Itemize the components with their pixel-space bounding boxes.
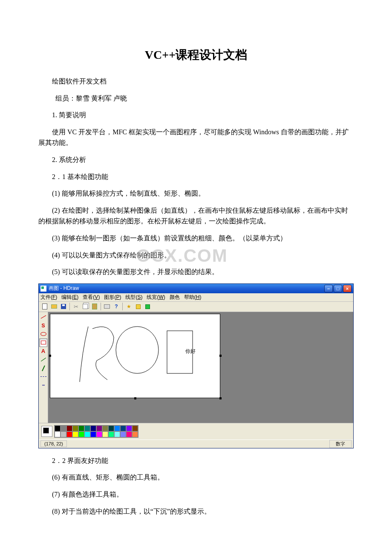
maximize-button[interactable]: □ [334,285,342,292]
body-text: (5) 可以读取保存的矢量图形文件，并显示绘图的结果。 [38,266,354,278]
copy-button[interactable] [81,302,89,311]
statusbar: (178, 22) 数字 [39,439,353,448]
menu-edit[interactable]: 编辑(E) [61,294,78,301]
cut-icon: ✂ [74,304,78,310]
open-button[interactable] [50,302,58,311]
canvas[interactable]: 你好 [50,314,220,398]
curve-icon: S [41,323,45,329]
menu-color[interactable]: 颜色 [170,294,180,301]
resize-handle[interactable] [219,355,222,357]
tool-rect[interactable] [39,338,47,347]
body-text: (7) 有颜色选择工具箱。 [38,489,354,500]
tool-dots[interactable]: ┅ [39,381,47,390]
color-swatch[interactable] [84,425,90,431]
separator [101,303,101,310]
rect-icon [41,341,46,344]
cut-button[interactable]: ✂ [72,302,80,311]
body-text: 使用 VC 开发平台，MFC 框架实现一个画图程序，尽可能多的实现 Window… [38,127,354,148]
dash-icon [40,376,46,377]
diag-icon [40,358,46,361]
body-text: (4) 可以以矢量图方式保存绘制的图形。 [38,250,354,261]
body-text: (1) 能够用鼠标操控方式，绘制直线、矩形、椭圆。 [38,188,354,199]
color-swatch[interactable] [108,431,114,437]
workarea: S A ┅ 你好 [39,312,353,423]
body-text: 2. 系统分析 [38,154,354,165]
color-swatch[interactable] [72,431,78,437]
open-icon [51,304,57,309]
canvas-area: 你好 [48,312,353,423]
color-swatch[interactable] [102,431,108,437]
body-text: (8) 对于当前选中的绘图工具，以“下沉”的形式显示。 [38,506,354,517]
status-right: 数字 [329,440,352,448]
color-swatch[interactable] [66,425,72,431]
color-swatch[interactable] [78,431,84,437]
star-button[interactable]: ★ [124,302,133,311]
color-swatch[interactable] [126,425,132,431]
print-button[interactable] [103,302,111,311]
menubar: 文件(F) 编辑(E) 查看(V) 图形(P) 线型(S) 线宽(W) 颜色 帮… [39,293,353,302]
tool-pen[interactable] [39,364,47,373]
minimize-button[interactable]: – [324,285,333,292]
fill-button[interactable] [134,302,142,311]
svg-point-0 [116,327,159,373]
color-swatch[interactable] [84,431,90,437]
menu-file[interactable]: 文件(F) [40,294,57,301]
side-toolbox: S A ┅ [39,312,48,423]
pen-icon [42,365,45,371]
body-text: (3) 能够在绘制一图形（如一条直线）前设置线的粗细、颜色。（以菜单方式） [38,233,354,244]
color-swatch[interactable] [120,425,126,431]
color-swatch[interactable] [108,425,114,431]
color-swatch[interactable] [90,425,96,431]
color-swatch[interactable] [96,431,102,437]
menu-linewidth[interactable]: 线宽(W) [147,294,165,301]
menu-view[interactable]: 查看(V) [83,294,100,301]
print-icon [104,304,110,309]
color-swatch[interactable] [61,431,66,437]
menu-shape[interactable]: 图形(P) [104,294,121,301]
tool-text[interactable]: A [39,347,47,356]
close-button[interactable]: × [343,285,352,292]
tool-diag[interactable] [39,356,47,364]
paste-button[interactable] [90,302,99,311]
resize-handle[interactable] [134,397,136,399]
new-button[interactable] [40,302,49,311]
color-swatch[interactable] [90,431,96,437]
save-icon [61,304,66,309]
resize-handle[interactable] [219,397,222,399]
color-swatch[interactable] [55,425,61,431]
resize-handle[interactable] [49,355,51,357]
copy-icon [83,304,88,309]
body-text: 组员：黎雪 黄利军 卢晓 [38,93,354,104]
dots-icon: ┅ [42,383,44,387]
color-swatch[interactable] [132,431,138,437]
menu-linetype[interactable]: 线型(S) [125,294,142,301]
tool-ellipse[interactable] [39,330,47,338]
save-button[interactable] [59,302,68,311]
color-swatch[interactable] [78,425,84,431]
green-button[interactable] [143,302,152,311]
color-swatch[interactable] [114,431,120,437]
menu-help[interactable]: 帮助(H) [184,294,202,301]
line-icon [40,315,46,319]
tool-dash[interactable] [39,373,47,381]
separator [122,303,123,310]
color-swatch[interactable] [55,431,61,437]
color-swatch[interactable] [61,425,66,431]
page-title: VC++课程设计文档 [38,47,354,63]
body-text: 1. 简要说明 [38,110,354,121]
color-swatch[interactable] [120,431,126,437]
help-icon: ? [115,304,118,309]
palette-row [39,423,353,439]
color-swatch[interactable] [126,431,132,437]
tool-curve[interactable]: S [39,321,47,330]
color-swatch[interactable] [66,431,72,437]
color-swatch[interactable] [96,425,102,431]
color-swatch[interactable] [132,425,138,431]
color-swatch[interactable] [114,425,120,431]
color-swatch[interactable] [72,425,78,431]
help-button[interactable]: ? [112,302,121,311]
separator [69,303,70,310]
color-swatch[interactable] [102,425,108,431]
tool-line[interactable] [39,313,47,321]
current-color[interactable] [41,426,52,437]
